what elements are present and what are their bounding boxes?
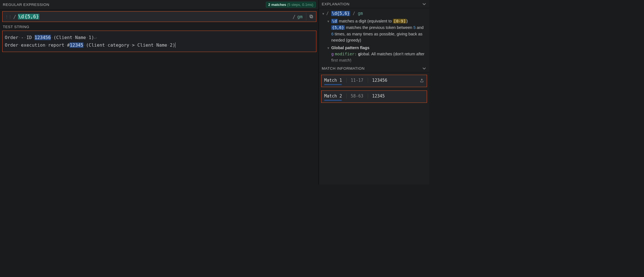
newline-icon: ↵ [94,35,97,40]
copy-regex-button[interactable] [306,13,314,21]
explanation-g-flag: g modifier: global. All matches (don't r… [331,51,426,63]
explanation-d-token: \d matches a digit (equivalent to [0-9])… [331,18,426,43]
svg-rect-1 [310,15,312,17]
test-string-input[interactable]: Order·-·ID·123456·(Client·Name·1)↵ Order… [2,31,316,52]
copy-icon [309,14,314,19]
match-range: 11-17 [346,78,363,83]
regex-section-title: REGULAR EXPRESSION [3,3,49,7]
regex-input-row[interactable]: ⋮⋮ / \d{5,6} / gm [2,11,316,22]
match-highlight: 12345 [70,42,83,48]
text-cursor [175,42,175,48]
match-info-title: MATCH INFORMATION [322,66,365,71]
match-info-header[interactable]: MATCH INFORMATION [319,64,429,72]
match-steps: (5 steps, 0.1ms) [287,3,313,7]
test-line-2: Order·execution·report·#12345·(Client·ca… [5,41,314,49]
tree-toggle-icon[interactable]: ▼ [327,19,330,43]
regex-pattern-input[interactable]: \d{5,6} [18,14,291,19]
test-string-section-title: TEST STRING [0,22,319,31]
export-icon [420,78,424,83]
regex-close-delim: / [293,14,296,20]
drag-handle-icon[interactable]: ⋮⋮ [5,14,12,19]
regex-flags[interactable]: gm [297,14,303,19]
match-count-badge: 2 matches (5 steps, 0.1ms) [266,2,316,8]
match-card[interactable]: Match 111-17123456 [321,75,427,87]
global-flags-heading: Global pattern flags [331,46,369,50]
test-line-1: Order·-·ID·123456·(Client·Name·1)↵ [5,34,314,41]
match-highlight: 123456 [35,35,51,40]
match-label: Match 2 [324,94,342,99]
regex-token-quantifier: {5,6} [24,14,39,19]
export-match-button[interactable] [420,78,424,83]
match-info-body: Match 111-17123456Match 258-6312345 [319,72,429,185]
regex-section-header: REGULAR EXPRESSION 2 matches (5 steps, 0… [0,0,319,10]
match-label: Match 1 [324,78,342,83]
match-count: 2 matches [268,3,286,7]
tree-toggle-icon[interactable]: ▼ [327,46,330,63]
match-value: 12345 [368,94,385,99]
explanation-regex-summary: / \d{5,6} / gm [326,10,426,17]
regex-open-delim: / [13,14,16,20]
svg-rect-0 [310,16,313,18]
explanation-title: EXPLANATION [322,2,350,6]
match-value: 123456 [368,78,387,83]
match-range: 58-63 [346,94,363,99]
explanation-body: ▼ / \d{5,6} / gm ▼ \d matches a digit (e… [319,8,429,64]
match-card[interactable]: Match 258-6312345 [321,90,427,103]
tree-toggle-icon[interactable]: ▼ [322,12,325,18]
explanation-header[interactable]: EXPLANATION [319,0,429,8]
chevron-down-icon[interactable] [422,2,426,6]
chevron-down-icon[interactable] [422,66,426,71]
regex-token-escape: \d [18,14,24,19]
